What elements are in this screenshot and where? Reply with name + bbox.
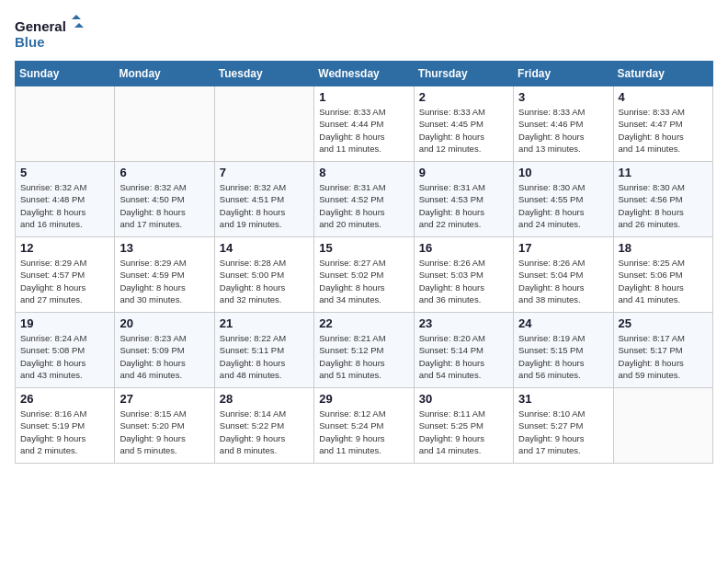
calendar-cell: 31Sunrise: 8:10 AM Sunset: 5:27 PM Dayli…	[514, 388, 613, 464]
day-info: Sunrise: 8:14 AM Sunset: 5:22 PM Dayligh…	[220, 408, 309, 456]
calendar-cell: 16Sunrise: 8:26 AM Sunset: 5:03 PM Dayli…	[414, 237, 513, 313]
calendar-cell: 1Sunrise: 8:33 AM Sunset: 4:44 PM Daylig…	[314, 86, 414, 162]
day-info: Sunrise: 8:23 AM Sunset: 5:09 PM Dayligh…	[119, 332, 209, 381]
calendar-cell: 26Sunrise: 8:16 AM Sunset: 5:19 PM Dayli…	[16, 388, 115, 464]
calendar-cell: 5Sunrise: 8:32 AM Sunset: 4:48 PM Daylig…	[16, 162, 115, 237]
day-info: Sunrise: 8:28 AM Sunset: 5:00 PM Dayligh…	[220, 257, 309, 305]
day-info: Sunrise: 8:30 AM Sunset: 4:55 PM Dayligh…	[518, 181, 608, 230]
calendar-table: SundayMondayTuesdayWednesdayThursdayFrid…	[15, 61, 713, 464]
day-info: Sunrise: 8:19 AM Sunset: 5:15 PM Dayligh…	[518, 332, 608, 381]
day-number: 27	[119, 392, 209, 406]
calendar-cell: 12Sunrise: 8:29 AM Sunset: 4:57 PM Dayli…	[16, 237, 115, 313]
day-number: 2	[419, 90, 508, 104]
day-info: Sunrise: 8:17 AM Sunset: 5:17 PM Dayligh…	[619, 332, 708, 381]
calendar-cell: 23Sunrise: 8:20 AM Sunset: 5:14 PM Dayli…	[414, 313, 513, 388]
calendar-cell: 13Sunrise: 8:29 AM Sunset: 4:59 PM Dayli…	[115, 237, 214, 313]
day-info: Sunrise: 8:29 AM Sunset: 4:59 PM Dayligh…	[119, 257, 209, 305]
calendar-cell: 4Sunrise: 8:33 AM Sunset: 4:47 PM Daylig…	[613, 86, 712, 162]
calendar-cell: 10Sunrise: 8:30 AM Sunset: 4:55 PM Dayli…	[514, 162, 613, 237]
day-number: 24	[518, 316, 608, 330]
day-header-sunday: Sunday	[16, 62, 115, 86]
calendar-week-row: 5Sunrise: 8:32 AM Sunset: 4:48 PM Daylig…	[16, 162, 713, 237]
calendar-cell: 24Sunrise: 8:19 AM Sunset: 5:15 PM Dayli…	[514, 313, 613, 388]
day-info: Sunrise: 8:29 AM Sunset: 4:57 PM Dayligh…	[20, 257, 109, 305]
day-info: Sunrise: 8:32 AM Sunset: 4:48 PM Dayligh…	[20, 181, 109, 230]
day-info: Sunrise: 8:32 AM Sunset: 4:51 PM Dayligh…	[220, 181, 309, 230]
day-number: 16	[419, 241, 508, 255]
day-number: 23	[419, 316, 508, 330]
day-info: Sunrise: 8:31 AM Sunset: 4:53 PM Dayligh…	[419, 181, 508, 230]
day-header-saturday: Saturday	[613, 62, 712, 86]
day-number: 31	[518, 392, 608, 406]
calendar-cell: 18Sunrise: 8:25 AM Sunset: 5:06 PM Dayli…	[613, 237, 712, 313]
calendar-cell: 15Sunrise: 8:27 AM Sunset: 5:02 PM Dayli…	[314, 237, 414, 313]
day-number: 3	[518, 90, 608, 104]
day-number: 14	[220, 241, 309, 255]
day-number: 25	[619, 316, 708, 330]
day-info: Sunrise: 8:22 AM Sunset: 5:11 PM Dayligh…	[220, 332, 309, 381]
day-number: 5	[20, 166, 109, 179]
day-number: 19	[20, 316, 109, 330]
calendar-week-row: 26Sunrise: 8:16 AM Sunset: 5:19 PM Dayli…	[16, 388, 713, 464]
calendar-cell: 11Sunrise: 8:30 AM Sunset: 4:56 PM Dayli…	[613, 162, 712, 237]
day-info: Sunrise: 8:11 AM Sunset: 5:25 PM Dayligh…	[419, 408, 508, 456]
svg-marker-2	[72, 15, 81, 19]
day-number: 29	[319, 392, 408, 406]
day-number: 9	[419, 166, 508, 179]
calendar-cell	[16, 86, 115, 162]
day-info: Sunrise: 8:27 AM Sunset: 5:02 PM Dayligh…	[319, 257, 408, 305]
calendar-cell: 9Sunrise: 8:31 AM Sunset: 4:53 PM Daylig…	[414, 162, 513, 237]
calendar-cell	[613, 388, 712, 464]
svg-marker-3	[74, 23, 84, 28]
day-info: Sunrise: 8:31 AM Sunset: 4:52 PM Dayligh…	[319, 181, 408, 230]
day-header-tuesday: Tuesday	[214, 62, 313, 86]
day-number: 11	[619, 166, 708, 179]
day-info: Sunrise: 8:24 AM Sunset: 5:08 PM Dayligh…	[20, 332, 109, 381]
calendar-week-row: 19Sunrise: 8:24 AM Sunset: 5:08 PM Dayli…	[16, 313, 713, 388]
day-info: Sunrise: 8:12 AM Sunset: 5:24 PM Dayligh…	[319, 408, 408, 456]
calendar-cell	[214, 86, 313, 162]
day-number: 20	[119, 316, 209, 330]
day-number: 21	[220, 316, 309, 330]
day-number: 10	[518, 166, 608, 179]
day-info: Sunrise: 8:26 AM Sunset: 5:03 PM Dayligh…	[419, 257, 508, 305]
calendar-week-row: 12Sunrise: 8:29 AM Sunset: 4:57 PM Dayli…	[16, 237, 713, 313]
day-number: 4	[619, 90, 708, 104]
day-number: 8	[319, 166, 408, 179]
day-header-wednesday: Wednesday	[314, 62, 414, 86]
day-header-thursday: Thursday	[414, 62, 513, 86]
day-number: 18	[619, 241, 708, 255]
calendar-week-row: 1Sunrise: 8:33 AM Sunset: 4:44 PM Daylig…	[16, 86, 713, 162]
day-number: 1	[319, 90, 408, 104]
day-number: 22	[319, 316, 408, 330]
day-number: 7	[220, 166, 309, 179]
calendar-cell: 8Sunrise: 8:31 AM Sunset: 4:52 PM Daylig…	[314, 162, 414, 237]
day-number: 6	[119, 166, 209, 179]
day-header-monday: Monday	[115, 62, 214, 86]
calendar-cell: 14Sunrise: 8:28 AM Sunset: 5:00 PM Dayli…	[214, 237, 313, 313]
page-header: GeneralBlue	[15, 15, 713, 52]
svg-text:General: General	[15, 18, 66, 34]
calendar-cell: 3Sunrise: 8:33 AM Sunset: 4:46 PM Daylig…	[514, 86, 613, 162]
calendar-cell: 20Sunrise: 8:23 AM Sunset: 5:09 PM Dayli…	[115, 313, 214, 388]
calendar-cell: 27Sunrise: 8:15 AM Sunset: 5:20 PM Dayli…	[115, 388, 214, 464]
calendar-cell: 30Sunrise: 8:11 AM Sunset: 5:25 PM Dayli…	[414, 388, 513, 464]
calendar-cell: 2Sunrise: 8:33 AM Sunset: 4:45 PM Daylig…	[414, 86, 513, 162]
day-header-friday: Friday	[514, 62, 613, 86]
svg-text:Blue: Blue	[15, 34, 45, 50]
calendar-cell: 21Sunrise: 8:22 AM Sunset: 5:11 PM Dayli…	[214, 313, 313, 388]
day-info: Sunrise: 8:33 AM Sunset: 4:45 PM Dayligh…	[419, 106, 508, 155]
day-info: Sunrise: 8:30 AM Sunset: 4:56 PM Dayligh…	[619, 181, 708, 230]
day-info: Sunrise: 8:20 AM Sunset: 5:14 PM Dayligh…	[419, 332, 508, 381]
day-info: Sunrise: 8:26 AM Sunset: 5:04 PM Dayligh…	[518, 257, 608, 305]
day-info: Sunrise: 8:32 AM Sunset: 4:50 PM Dayligh…	[119, 181, 209, 230]
calendar-cell: 17Sunrise: 8:26 AM Sunset: 5:04 PM Dayli…	[514, 237, 613, 313]
calendar-cell: 28Sunrise: 8:14 AM Sunset: 5:22 PM Dayli…	[214, 388, 313, 464]
day-number: 30	[419, 392, 508, 406]
day-info: Sunrise: 8:25 AM Sunset: 5:06 PM Dayligh…	[619, 257, 708, 305]
day-info: Sunrise: 8:15 AM Sunset: 5:20 PM Dayligh…	[119, 408, 209, 456]
day-info: Sunrise: 8:16 AM Sunset: 5:19 PM Dayligh…	[20, 408, 109, 456]
logo-icon: GeneralBlue	[15, 15, 88, 52]
day-number: 12	[20, 241, 109, 255]
day-number: 26	[20, 392, 109, 406]
